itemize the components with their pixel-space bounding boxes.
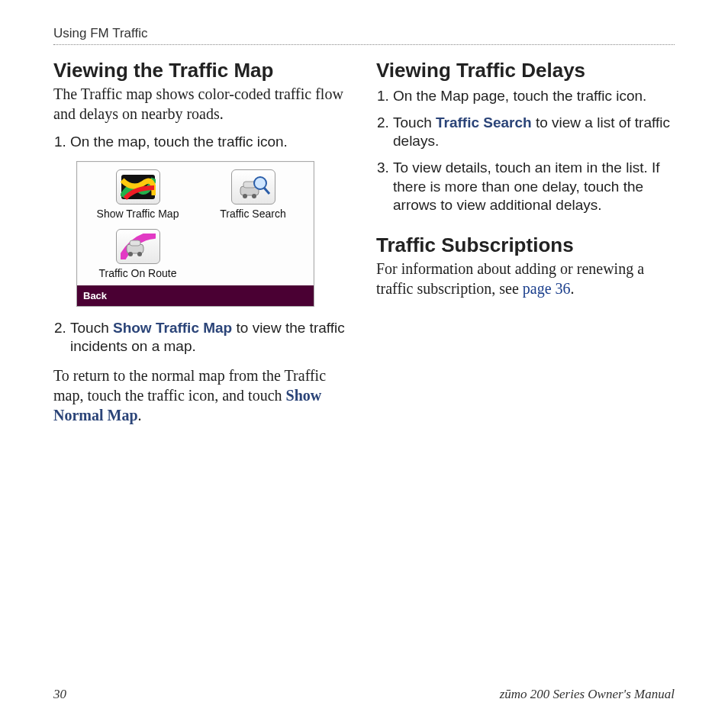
return-normal-map-text: To return to the normal map from the Tra… <box>53 366 352 425</box>
running-header: Using FM Traffic <box>53 26 675 45</box>
link-page-36[interactable]: page 36 <box>523 280 571 297</box>
left-column: Viewing the Traffic Map The Traffic map … <box>53 59 352 440</box>
traffic-search-icon <box>231 169 275 205</box>
right-column: Viewing Traffic Delays On the Map page, … <box>376 59 675 440</box>
intro-traffic-map: The Traffic map shows color-coded traffi… <box>53 84 352 124</box>
device-button-traffic-search[interactable]: Traffic Search <box>195 166 311 226</box>
svg-line-6 <box>264 188 269 194</box>
traffic-map-icon <box>116 169 160 205</box>
delays-step-1: On the Map page, touch the traffic icon. <box>393 87 675 106</box>
page-number: 30 <box>53 687 66 702</box>
traffic-map-step-1: On the map, touch the traffic icon. <box>70 133 352 152</box>
emphasis-traffic-search: Traffic Search <box>436 114 532 130</box>
svg-point-3 <box>243 194 247 198</box>
device-button-label: Traffic On Route <box>99 267 177 279</box>
emphasis-show-traffic-map: Show Traffic Map <box>113 320 232 336</box>
svg-rect-8 <box>130 240 140 246</box>
traffic-on-route-icon <box>116 229 160 264</box>
svg-point-10 <box>137 252 142 256</box>
device-button-label: Traffic Search <box>220 208 285 220</box>
device-button-show-traffic-map[interactable]: Show Traffic Map <box>80 166 195 226</box>
svg-point-9 <box>128 252 133 256</box>
traffic-map-step-2: Touch Show Traffic Map to view the traff… <box>70 319 352 356</box>
heading-viewing-traffic-delays: Viewing Traffic Delays <box>376 59 675 82</box>
device-button-label: Show Traffic Map <box>97 208 179 220</box>
manual-title: zūmo 200 Series Owner's Manual <box>500 687 675 702</box>
device-button-traffic-on-route[interactable]: Traffic On Route <box>80 226 195 285</box>
delays-step-3: To view details, touch an item in the li… <box>393 159 675 215</box>
device-screenshot: Show Traffic Map <box>76 161 314 307</box>
subscriptions-text: For information about adding or renewing… <box>376 259 675 298</box>
device-back-button[interactable]: Back <box>77 285 314 306</box>
heading-traffic-subscriptions: Traffic Subscriptions <box>376 234 675 257</box>
svg-point-4 <box>252 194 256 198</box>
delays-step-2: Touch Traffic Search to view a list of t… <box>393 114 675 151</box>
heading-viewing-traffic-map: Viewing the Traffic Map <box>53 59 352 82</box>
